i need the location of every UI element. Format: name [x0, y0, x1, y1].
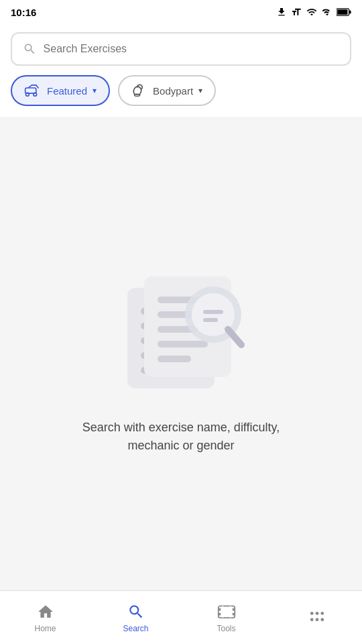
svg-rect-29	[229, 606, 231, 618]
nav-item-home[interactable]: Home	[19, 597, 72, 639]
search-bar[interactable]	[11, 32, 351, 66]
search-nav-icon	[127, 602, 145, 621]
svg-rect-26	[232, 608, 235, 610]
svg-point-35	[320, 618, 324, 621]
filter-row: Featured ▾ Bodypart ▾	[0, 75, 362, 117]
status-icons	[276, 7, 351, 17]
empty-state-line1: Search with exercise name, difficulty,	[82, 421, 280, 434]
svg-point-32	[320, 612, 324, 615]
featured-chevron: ▾	[93, 86, 97, 95]
search-input[interactable]	[44, 43, 339, 55]
svg-point-33	[310, 618, 313, 621]
bodypart-label: Bodypart	[153, 85, 193, 97]
empty-state-line2: mechanic or gender	[127, 439, 234, 452]
bodypart-chevron: ▾	[198, 86, 202, 95]
bodypart-filter-btn[interactable]: Bodypart ▾	[118, 75, 216, 106]
svg-rect-17	[158, 341, 208, 347]
svg-rect-28	[222, 606, 224, 618]
svg-rect-24	[218, 608, 221, 610]
svg-rect-18	[158, 356, 191, 362]
svg-rect-27	[232, 612, 235, 615]
signal-icon	[322, 7, 333, 17]
home-nav-icon	[36, 602, 55, 621]
font-icon	[291, 7, 302, 17]
bodypart-icon	[131, 83, 147, 98]
tools-nav-label: Tools	[217, 624, 235, 633]
download-icon	[276, 7, 287, 17]
home-nav-label: Home	[34, 624, 56, 633]
featured-icon	[24, 83, 42, 98]
empty-state-illustration	[107, 251, 255, 398]
svg-rect-23	[218, 606, 235, 618]
svg-rect-21	[203, 310, 223, 314]
nav-item-tools[interactable]: Tools	[200, 597, 253, 639]
more-nav-icon	[308, 607, 326, 626]
bottom-nav: Home Search Tools	[0, 590, 362, 644]
status-bar: 10:16	[0, 0, 362, 24]
wifi-icon	[306, 7, 318, 17]
featured-filter-btn[interactable]: Featured ▾	[11, 75, 110, 106]
svg-rect-1	[337, 9, 347, 15]
svg-point-5	[34, 93, 37, 96]
tools-nav-icon	[217, 602, 236, 621]
svg-point-31	[315, 612, 318, 615]
status-time: 10:16	[11, 7, 36, 18]
search-icon	[23, 42, 37, 56]
svg-point-4	[25, 93, 29, 96]
main-content: Search with exercise name, difficulty, m…	[0, 117, 362, 589]
svg-point-30	[310, 612, 313, 615]
svg-rect-22	[203, 318, 218, 322]
svg-rect-2	[349, 10, 351, 13]
nav-item-more[interactable]	[290, 602, 344, 634]
svg-point-34	[315, 618, 318, 621]
svg-rect-25	[218, 612, 221, 615]
featured-label: Featured	[47, 85, 87, 97]
battery-icon	[337, 7, 351, 17]
empty-state-text: Search with exercise name, difficulty, m…	[82, 419, 280, 455]
nav-item-search[interactable]: Search	[109, 597, 163, 639]
search-nav-label: Search	[123, 624, 148, 633]
search-bar-container	[0, 24, 362, 75]
